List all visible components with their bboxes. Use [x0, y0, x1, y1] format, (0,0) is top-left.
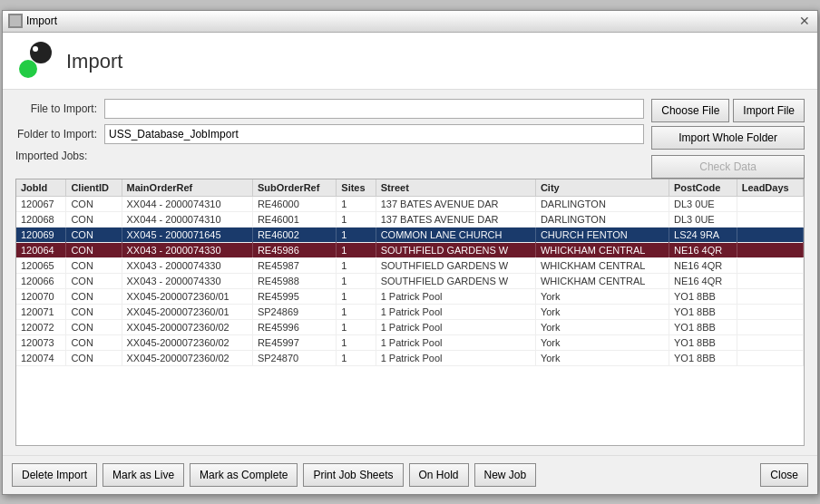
table-row[interactable]: 120065CONXX043 - 2000074330RE459871SOUTH… [16, 257, 804, 273]
top-right-area: Choose File Import File Import Whole Fol… [651, 99, 805, 179]
table-row[interactable]: 120068CONXX044 - 2000074310RE460011137 B… [16, 211, 804, 227]
jobs-table: JobId ClientID MainOrderRef SubOrderRef … [16, 179, 804, 366]
folder-row: Folder to Import: [15, 124, 644, 144]
folder-input[interactable] [104, 124, 644, 144]
svg-point-3 [19, 60, 37, 78]
file-input[interactable] [104, 99, 644, 119]
jobs-table-container: JobId ClientID MainOrderRef SubOrderRef … [15, 179, 805, 446]
import-file-button[interactable]: Import File [733, 99, 805, 122]
table-row[interactable]: 120067CONXX044 - 2000074310RE460001137 B… [16, 196, 804, 211]
table-row[interactable]: 120066CONXX043 - 2000074330RE459881SOUTH… [16, 273, 804, 288]
header-section: Import [3, 33, 817, 90]
imported-jobs-row: Imported Jobs: [15, 150, 644, 166]
svg-point-4 [33, 46, 38, 52]
col-sites: Sites [337, 179, 376, 197]
close-button[interactable]: ✕ [797, 15, 812, 27]
file-row: File to Import: [15, 99, 644, 119]
on-hold-button[interactable]: On Hold [409, 463, 469, 487]
title-bar-title: Import [26, 15, 57, 27]
form-area: File to Import: Folder to Import: Import… [15, 99, 805, 179]
delete-import-button[interactable]: Delete Import [12, 463, 97, 487]
table-row[interactable]: 120072CONXX045-2000072360/02RE4599611 Pa… [16, 319, 804, 334]
close-dialog-button[interactable]: Close [760, 463, 808, 487]
table-header-row: JobId ClientID MainOrderRef SubOrderRef … [16, 179, 804, 197]
import-folder-button[interactable]: Import Whole Folder [651, 126, 805, 150]
folder-label: Folder to Import: [15, 128, 97, 141]
logo-icon [15, 42, 55, 82]
form-inputs-area: File to Import: Folder to Import: Import… [15, 99, 644, 171]
svg-point-2 [30, 42, 52, 63]
col-leaddays: LeadDays [737, 179, 803, 197]
footer-right: Close [760, 463, 808, 487]
table-row[interactable]: 120074CONXX045-2000072360/02SP2487011 Pa… [16, 350, 804, 365]
title-bar: Import ✕ [3, 11, 817, 33]
table-body: 120067CONXX044 - 2000074310RE460001137 B… [16, 196, 804, 365]
col-city: City [535, 179, 669, 197]
file-label: File to Import: [15, 102, 97, 115]
title-bar-left: Import [8, 14, 57, 28]
col-clientid: ClientID [66, 179, 122, 197]
print-job-sheets-button[interactable]: Print Job Sheets [303, 463, 403, 487]
table-row[interactable]: 120070CONXX045-2000072360/01RE4599511 Pa… [16, 288, 804, 304]
choose-file-button[interactable]: Choose File [651, 99, 729, 122]
mark-as-live-button[interactable]: Mark as Live [102, 463, 184, 487]
check-data-button[interactable]: Check Data [651, 155, 805, 179]
col-suborderref: SubOrderRef [252, 179, 336, 197]
table-row[interactable]: 120064CONXX043 - 2000074330RE459861SOUTH… [16, 242, 804, 257]
content-area: File to Import: Folder to Import: Import… [3, 90, 817, 455]
table-row[interactable]: 120073CONXX045-2000072360/02RE4599711 Pa… [16, 334, 804, 350]
col-street: Street [376, 179, 535, 197]
table-row[interactable]: 120071CONXX045-2000072360/01SP2486911 Pa… [16, 304, 804, 319]
table-row[interactable]: 120069CONXX045 - 2000071645RE460021COMMO… [16, 227, 804, 242]
app-icon [8, 14, 23, 28]
header-title: Import [66, 50, 122, 73]
main-window: Import ✕ Import File to Import: Folder t [2, 10, 818, 495]
col-postcode: PostCode [669, 179, 737, 197]
footer: Delete Import Mark as Live Mark as Compl… [3, 455, 817, 494]
col-mainorderref: MainOrderRef [122, 179, 252, 197]
svg-rect-1 [10, 15, 21, 26]
new-job-button[interactable]: New Job [474, 463, 537, 487]
col-jobid: JobId [16, 179, 66, 197]
mark-as-complete-button[interactable]: Mark as Complete [190, 463, 298, 487]
imported-jobs-label: Imported Jobs: [15, 150, 87, 162]
